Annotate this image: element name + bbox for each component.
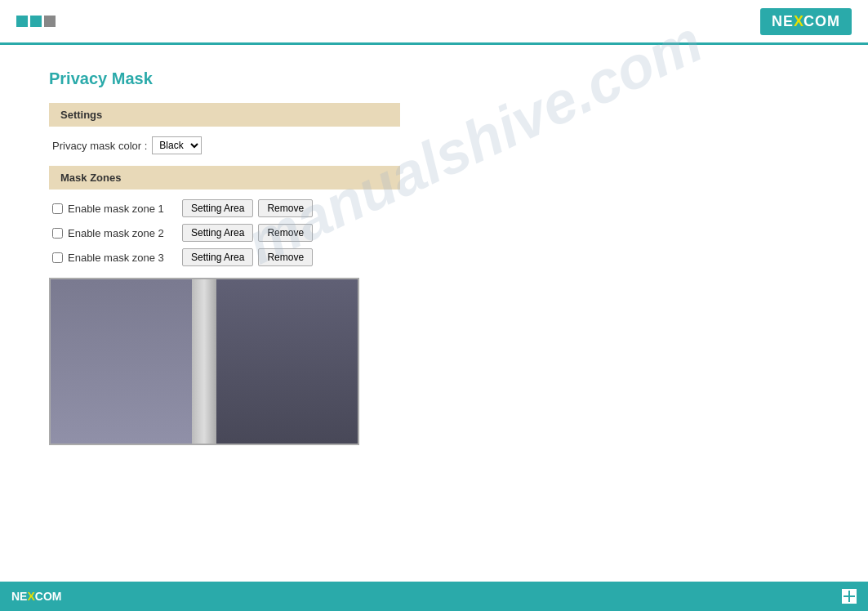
accent-block-3 — [44, 16, 56, 27]
camera-preview-inner — [51, 279, 358, 444]
zone-3-checkbox[interactable] — [52, 252, 63, 263]
footer-logo-ne: NE — [11, 590, 27, 603]
page-title: Privacy Mask — [49, 69, 819, 88]
zone-3-setting-button[interactable]: Setting Area — [182, 248, 253, 266]
footer-logo-com: COM — [35, 590, 62, 603]
logo-x-text: X — [794, 13, 803, 30]
zone-1-checkbox[interactable] — [52, 203, 63, 214]
footer-icon-cell-4 — [850, 597, 855, 602]
logo-com-text: COM — [803, 13, 840, 30]
zone-2-remove-button[interactable]: Remove — [258, 224, 313, 242]
cam-right-wall — [211, 279, 358, 444]
zone-3-remove-button[interactable]: Remove — [258, 248, 313, 266]
zone-2-checkbox[interactable] — [52, 228, 63, 239]
cam-corner — [192, 279, 216, 444]
main-content: manualshive.com Privacy Mask Settings Pr… — [0, 45, 868, 470]
zone-3-label: Enable mask zone 3 — [68, 252, 182, 264]
mask-zone-row-3: Enable mask zone 3 Setting Area Remove — [52, 248, 819, 266]
mask-zone-row-2: Enable mask zone 2 Setting Area Remove — [52, 224, 819, 242]
footer-icon-cell-3 — [844, 597, 848, 602]
header-accent — [16, 16, 56, 27]
footer-grid-icon — [842, 589, 857, 604]
footer-icon-cell-2 — [850, 591, 855, 595]
zone-2-setting-button[interactable]: Setting Area — [182, 224, 253, 242]
footer-icon-cell-1 — [844, 591, 848, 595]
header: NE X COM — [0, 0, 868, 45]
footer-logo-x: X — [27, 590, 34, 603]
logo-ne-text: NE — [772, 13, 794, 30]
footer-logo: NE X COM — [11, 590, 61, 603]
zone-2-label: Enable mask zone 2 — [68, 227, 182, 239]
privacy-mask-color-select[interactable]: Black White Gray — [152, 136, 202, 154]
mask-zones-header: Mask Zones — [49, 166, 400, 190]
accent-block-2 — [30, 16, 42, 27]
zone-1-label: Enable mask zone 1 — [68, 203, 182, 215]
mask-zone-row-1: Enable mask zone 1 Setting Area Remove — [52, 199, 819, 217]
footer: NE X COM — [0, 582, 868, 611]
accent-block-1 — [16, 16, 28, 27]
zone-1-setting-button[interactable]: Setting Area — [182, 199, 253, 217]
cam-left-wall — [51, 279, 198, 444]
camera-preview — [49, 278, 359, 445]
zone-1-remove-button[interactable]: Remove — [258, 199, 313, 217]
mask-zones-section: Mask Zones Enable mask zone 1 Setting Ar… — [49, 166, 819, 266]
privacy-mask-color-label: Privacy mask color : — [52, 140, 147, 152]
privacy-mask-color-row: Privacy mask color : Black White Gray — [52, 136, 819, 154]
settings-section-header: Settings — [49, 103, 400, 127]
header-logo: NE X COM — [760, 8, 852, 35]
